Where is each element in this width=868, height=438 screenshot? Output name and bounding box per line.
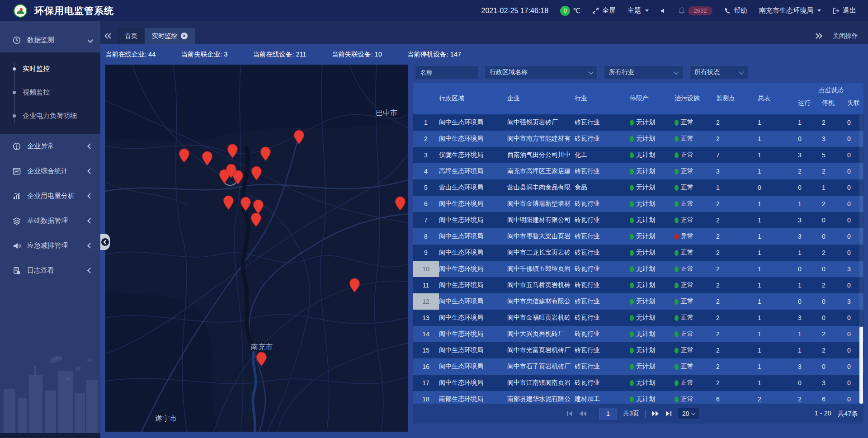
cell-industry: 砖瓦行业 (575, 245, 630, 261)
status-dot-icon (675, 380, 679, 386)
table-row[interactable]: 11阆中生态环境局阆中市五马桥页岩机砖砖瓦行业无计划正常21120 (413, 277, 863, 293)
table-body: 1阆中生态环境局阆中强锐页岩砖厂砖瓦行业无计划正常211202阆中生态环境局阆中… (413, 114, 863, 404)
theme-dropdown[interactable]: 主题 (627, 6, 649, 15)
stat-value: 44 (148, 51, 156, 58)
row-index: 15 (413, 342, 439, 358)
close-operations-button[interactable]: 关闭操作 (833, 32, 858, 40)
table-row[interactable]: 7阆中生态环境局阆中明阳建材有限公司砖瓦行业无计划正常21300 (413, 212, 863, 228)
table-row[interactable]: 13阆中生态环境局阆中市金福旺页岩机砖砖瓦行业无计划正常21300 (413, 310, 863, 326)
cell-monitor-count: 2 (716, 212, 758, 228)
cell-monitor-count: 2 (716, 261, 758, 277)
status-select[interactable]: 所有状态 (689, 66, 748, 79)
region-select-value: 行政区域名称 (490, 68, 528, 76)
cell-monitor-count: 2 (716, 326, 758, 342)
sidebar-item-layers[interactable]: 基础数据管理 (0, 208, 100, 233)
table-row[interactable]: 12阆中生态环境局阆中市忠信建材有限公砖瓦行业无计划正常21003 (413, 293, 863, 310)
sidebar-subitem[interactable]: 企业电力负荷明细 (0, 104, 100, 127)
sidebar-item-clock[interactable]: 数据监测 (0, 28, 100, 52)
user-dropdown[interactable]: 南充市生态环境局 (759, 6, 821, 15)
sidebar-item-megaphone[interactable]: 应急减排管理 (0, 233, 100, 258)
caret-down-icon (645, 9, 649, 12)
tab-realtime-monitor[interactable]: 实时监控 × (145, 28, 195, 44)
cell-limit-status: 无计划 (630, 326, 675, 342)
table-row[interactable]: 8阆中生态环境局阆中市枣碧大梁山页岩砖瓦行业无计划异常21300 (413, 228, 863, 245)
cell-stop-count: 0 (822, 310, 847, 326)
status-dot-icon (675, 234, 679, 240)
cell-industry: 砖瓦行业 (575, 293, 630, 310)
cell-limit-status: 无计划 (630, 179, 675, 196)
col-header-limit: 停限产 (630, 83, 675, 114)
row-index: 6 (413, 196, 439, 212)
table-row[interactable]: 18南部生态环境局南部县建华水泥有限公建材加工无计划正常62260 (413, 391, 863, 404)
sidebar-item-chart[interactable]: 企业用电量分析 (0, 184, 100, 208)
row-index: 11 (413, 277, 439, 293)
sidebar-subitem[interactable]: 视频监控 (0, 80, 100, 104)
cell-stop-count: 1 (822, 179, 847, 196)
tab-close-icon[interactable]: × (181, 33, 188, 39)
page-size-select[interactable]: 20 (678, 408, 699, 419)
fullscreen-button[interactable]: 全屏 (592, 6, 616, 15)
tabs-scroll-left-button[interactable] (100, 28, 118, 44)
sidebar-item-alert[interactable]: 企业异常 (0, 134, 100, 159)
cell-meter-count: 1 (758, 196, 798, 212)
chevron-down-icon (87, 37, 93, 43)
cell-run-count: 0 (798, 179, 822, 196)
cell-region: 阆中生态环境局 (439, 212, 507, 228)
row-index: 14 (413, 326, 439, 342)
table-row[interactable]: 14阆中生态环境局阆中大兴页岩机砖厂砖瓦行业无计划正常21120 (413, 326, 863, 342)
cell-meter-count: 1 (758, 358, 798, 375)
page-number-input[interactable] (599, 408, 617, 419)
logout-button[interactable]: 退出 (833, 6, 856, 15)
table-row[interactable]: 5营山生态环境局营山县润丰肉食品有限食品无计划正常10010 (413, 179, 863, 196)
region-select[interactable]: 行政区域名称 (485, 66, 598, 79)
tabs-scroll-right-button[interactable] (815, 34, 821, 38)
cell-monitor-count: 2 (716, 358, 758, 375)
table-row[interactable]: 17阆中生态环境局阆中市江南镇阆南页岩砖瓦行业无计划正常21030 (413, 375, 863, 391)
sidebar-item-label: 基础数据管理 (27, 217, 88, 225)
table-row[interactable]: 2阆中生态环境局阆中市南方节能建材有砖瓦行业无计划正常21030 (413, 131, 863, 147)
cell-limit-status: 无计划 (630, 114, 675, 131)
cell-region: 阆中生态环境局 (439, 261, 507, 277)
col-group-point-status: 点位状态 运行 停机 失联 (798, 83, 863, 114)
row-index: 10 (413, 261, 439, 277)
first-page-button[interactable] (566, 410, 573, 417)
help-button[interactable]: 帮助 (724, 6, 747, 15)
cell-stop-count: 2 (822, 245, 847, 261)
cell-company: 南充市高坪区王家店建 (507, 163, 575, 179)
tab-home[interactable]: 首页 (118, 28, 145, 44)
next-page-button[interactable] (651, 410, 659, 417)
name-search-input[interactable] (415, 66, 478, 79)
table-row[interactable]: 10阆中生态环境局阆中千佛镇五郎垭页岩砖瓦行业无计划正常21003 (413, 261, 863, 277)
cell-facility-status: 正常 (675, 179, 716, 196)
double-chevron-left-icon (106, 34, 112, 38)
mute-button[interactable] (660, 8, 667, 14)
stat-item: 当前失联设备10 (332, 50, 382, 59)
sidebar-item-log[interactable]: 日志查看 (0, 258, 100, 283)
sidebar-item-label: 应急减排管理 (27, 241, 88, 250)
notifications-button[interactable]: 2632 (679, 6, 712, 15)
map-panel[interactable]: 巴中市南充市遂宁市 (105, 65, 408, 432)
cell-stop-count: 2 (822, 342, 847, 358)
cell-company: 阆中市枣碧大梁山页岩 (507, 228, 575, 245)
table-row[interactable]: 15阆中生态环境局阆中市光富页岩机砖厂砖瓦行业无计划正常21120 (413, 342, 863, 358)
cell-facility-status: 正常 (675, 326, 716, 342)
sidebar-subitem[interactable]: 实时监控 (0, 57, 100, 80)
table-row[interactable]: 9阆中生态环境局阆中市二龙长宝页岩砖砖瓦行业无计划正常21120 (413, 245, 863, 261)
prev-page-button[interactable] (579, 410, 587, 417)
table-row[interactable]: 16阆中生态环境局阆中市石子页岩机砖厂砖瓦行业无计划正常21300 (413, 358, 863, 375)
cell-stop-count: 0 (822, 358, 847, 375)
table-row[interactable]: 1阆中生态环境局阆中强锐页岩砖厂砖瓦行业无计划正常21120 (413, 114, 863, 131)
cell-stop-count: 0 (822, 293, 847, 310)
industry-select[interactable]: 所有行业 (604, 66, 683, 79)
row-index: 5 (413, 179, 439, 196)
sidebar-item-stats[interactable]: 企业综合统计 (0, 159, 100, 184)
table-row[interactable]: 4高坪生态环境局南充市高坪区王家店建砖瓦行业无计划正常31220 (413, 163, 863, 179)
map-collapse-button[interactable] (100, 234, 110, 250)
table-row[interactable]: 3仪陇生态环境局西南油气田分公司川中化工无计划正常71350 (413, 147, 863, 163)
cell-region: 阆中生态环境局 (439, 326, 507, 342)
cell-run-count: 0 (798, 131, 822, 147)
table-row[interactable]: 6阆中生态环境局阆中市金博瑞新型墙材砖瓦行业无计划正常21120 (413, 196, 863, 212)
status-dot-icon (630, 169, 634, 174)
last-page-button[interactable] (665, 410, 672, 417)
table-scrollbar-thumb[interactable] (859, 327, 863, 404)
